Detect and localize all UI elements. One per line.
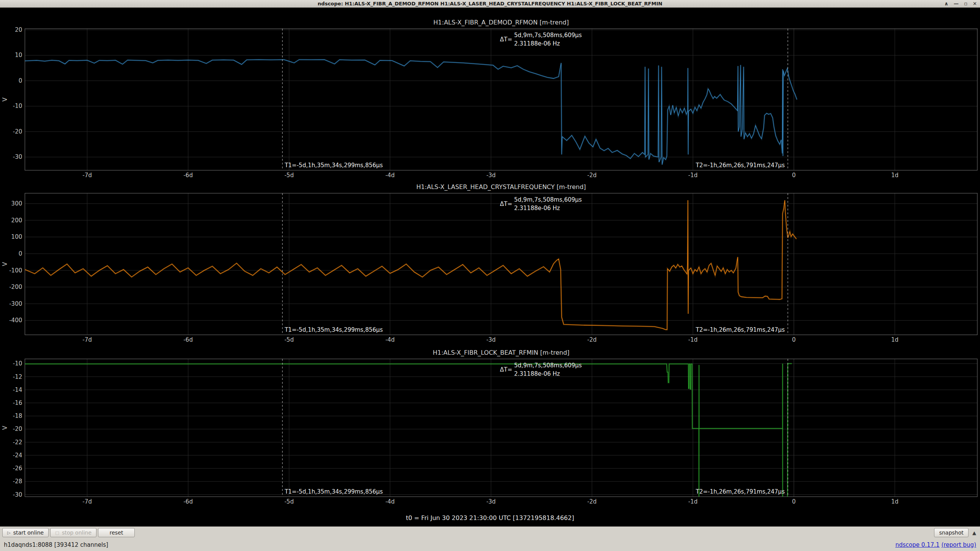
delta-t-duration: 5d,9m,7s,508ms,609µs xyxy=(514,362,582,369)
trace xyxy=(25,200,796,329)
y-tick-label: -18 xyxy=(13,412,23,419)
trace xyxy=(25,60,797,165)
t0-label: t0 = Fri Jun 30 2023 21:30:00 UTC [13721… xyxy=(0,514,980,522)
x-tick-label: -4d xyxy=(385,336,395,343)
y-tick-label: -20 xyxy=(13,128,23,135)
y-tick-label: 20 xyxy=(15,26,22,33)
x-tick-label: 0 xyxy=(792,172,796,179)
delta-t-label: ΔT= xyxy=(500,201,512,207)
delta-t-frequency: 2.31188e-06 Hz xyxy=(514,40,560,47)
x-tick-label: -3d xyxy=(486,336,495,343)
start-online-label: start online xyxy=(13,530,44,536)
snapshot-label: snapshot xyxy=(939,530,964,536)
x-tick-label: -5d xyxy=(284,336,294,343)
x-tick-label: -7d xyxy=(82,172,91,179)
play-icon: ▷ xyxy=(7,530,10,535)
t1-label: T1=-5d,1h,35m,34s,299ms,856µs xyxy=(284,488,383,495)
y-tick-label: -300 xyxy=(9,300,22,307)
y-tick-label: -12 xyxy=(13,373,23,380)
statusbar-links: ndscope 0.17.1 (report bug) xyxy=(895,541,976,548)
delta-t-duration: 5d,9m,7s,508ms,609µs xyxy=(514,32,582,39)
snapshot-button[interactable]: snapshot xyxy=(934,528,969,537)
report-bug-link[interactable]: (report bug) xyxy=(941,541,976,548)
reset-label: reset xyxy=(109,530,123,536)
delta-t-frequency: 2.31188e-06 Hz xyxy=(514,370,560,377)
x-tick-label: -1d xyxy=(688,336,697,343)
window-controls: ∧ — ▫ ✕ xyxy=(944,0,977,8)
y-axis-unit-label: V xyxy=(2,262,8,266)
y-axis-unit-label: V xyxy=(2,425,8,430)
y-tick-label: 0 xyxy=(18,250,22,257)
x-tick-label: -5d xyxy=(284,498,294,505)
delta-t-label: ΔT= xyxy=(500,36,512,43)
start-online-button[interactable]: ▷ start online xyxy=(2,528,49,537)
version-link[interactable]: ndscope 0.17.1 xyxy=(895,541,940,548)
y-tick-label: -22 xyxy=(13,439,23,446)
plot-title: H1:ALS-X_FIBR_A_DEMOD_RFMON [m-trend] xyxy=(433,19,569,26)
x-tick-label: -7d xyxy=(82,336,91,343)
y-tick-label: -200 xyxy=(9,284,22,290)
statusbar: h1daqnds1:8088 [393412 channels] ndscope… xyxy=(0,539,980,551)
plot-frame xyxy=(25,359,977,497)
plot-frame xyxy=(25,193,977,335)
close-icon[interactable]: ✕ xyxy=(973,0,977,8)
y-axis-unit-label: V xyxy=(2,97,8,101)
t2-label: T2=-1h,26m,26s,791ms,247µs xyxy=(696,326,785,333)
x-tick-label: 0 xyxy=(792,498,796,505)
plot-region: 20100-10-20-30-7d-6d-5d-4d-3d-2d-1d01dVH… xyxy=(0,8,980,527)
x-tick-label: -1d xyxy=(688,172,697,179)
x-tick-label: -3d xyxy=(486,172,495,179)
y-tick-label: -100 xyxy=(9,267,22,274)
titlebar[interactable]: ndscope: H1:ALS-X_FIBR_A_DEMOD_RFMON H1:… xyxy=(0,0,980,8)
maximize-icon[interactable]: ▫ xyxy=(964,0,967,8)
shade-icon[interactable]: ∧ xyxy=(944,0,949,8)
window-title: ndscope: H1:ALS-X_FIBR_A_DEMOD_RFMON H1:… xyxy=(318,1,662,7)
x-tick-label: 0 xyxy=(792,336,796,343)
plots-canvas[interactable]: 20100-10-20-30-7d-6d-5d-4d-3d-2d-1d01dVH… xyxy=(0,8,980,527)
y-tick-label: -24 xyxy=(13,452,23,459)
x-tick-label: -4d xyxy=(385,172,395,179)
plot-frame xyxy=(25,29,977,170)
reset-button[interactable]: reset xyxy=(98,528,135,537)
y-tick-label: -26 xyxy=(13,465,23,472)
y-tick-label: -30 xyxy=(13,491,23,498)
x-tick-label: -6d xyxy=(183,172,193,179)
x-tick-label: -2d xyxy=(587,498,596,505)
stop-online-button[interactable]: □ stop online xyxy=(50,528,96,537)
x-tick-label: -1d xyxy=(688,498,697,505)
y-tick-label: 200 xyxy=(11,217,22,224)
trace xyxy=(25,364,792,501)
y-tick-label: -16 xyxy=(13,399,23,406)
y-tick-label: -10 xyxy=(13,360,23,367)
x-tick-label: -5d xyxy=(284,172,294,179)
y-tick-label: 0 xyxy=(18,77,22,84)
server-status: h1daqnds1:8088 [393412 channels] xyxy=(4,541,108,548)
t2-label: T2=-1h,26m,26s,791ms,247µs xyxy=(696,162,785,169)
x-tick-label: -2d xyxy=(587,172,596,179)
x-tick-label: 1d xyxy=(891,172,898,179)
toolbar: ▷ start online □ stop online reset snaps… xyxy=(0,527,980,539)
t1-label: T1=-5d,1h,35m,34s,299ms,856µs xyxy=(284,326,383,333)
t1-label: T1=-5d,1h,35m,34s,299ms,856µs xyxy=(284,162,383,169)
ndscope-window: ndscope: H1:ALS-X_FIBR_A_DEMOD_RFMON H1:… xyxy=(0,0,980,551)
x-tick-label: -4d xyxy=(385,498,395,505)
y-tick-label: -400 xyxy=(9,317,22,324)
x-tick-label: -6d xyxy=(183,336,193,343)
x-tick-label: -7d xyxy=(82,498,91,505)
trace-band xyxy=(25,364,792,501)
x-tick-label: -3d xyxy=(486,498,495,505)
delta-t-duration: 5d,9m,7s,508ms,609µs xyxy=(514,196,582,203)
triangle-up-icon[interactable]: ▲ xyxy=(972,530,976,536)
plot-title: H1:ALS-X_FIBR_LOCK_BEAT_RFMIN [m-trend] xyxy=(433,349,569,357)
y-tick-label: -14 xyxy=(13,386,23,393)
y-tick-label: -20 xyxy=(13,425,23,432)
stop-online-label: stop online xyxy=(62,530,91,536)
plot-title: H1:ALS-X_LASER_HEAD_CRYSTALFREQUENCY [m-… xyxy=(416,183,586,191)
y-tick-label: -28 xyxy=(13,478,23,485)
x-tick-label: 1d xyxy=(891,336,898,343)
t2-label: T2=-1h,26m,26s,791ms,247µs xyxy=(696,488,785,495)
minimize-icon[interactable]: — xyxy=(954,0,959,8)
y-tick-label: 100 xyxy=(11,233,22,240)
x-tick-label: 1d xyxy=(891,498,898,505)
x-tick-label: -2d xyxy=(587,336,596,343)
